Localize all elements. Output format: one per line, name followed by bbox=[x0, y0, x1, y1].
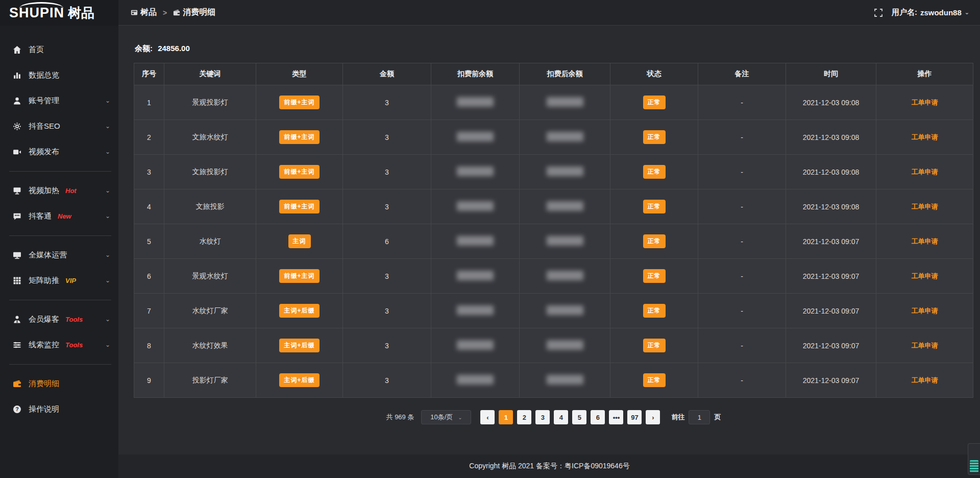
goto-page-input[interactable] bbox=[689, 410, 710, 424]
type-badge: 前缀+主词 bbox=[279, 165, 319, 179]
sidebar-item[interactable]: 视频加热 Hot ⌄ bbox=[0, 178, 118, 203]
cell-keyword: 水纹灯效果 bbox=[164, 328, 256, 363]
floating-widget[interactable] bbox=[968, 443, 980, 475]
work-order-link[interactable]: 工单申请 bbox=[912, 342, 938, 349]
work-order-link[interactable]: 工单申请 bbox=[912, 307, 938, 315]
sidebar: SHUPIN 树品 首页 数据总览 bbox=[0, 0, 118, 478]
cell-keyword: 景观水纹灯 bbox=[164, 259, 256, 294]
cell-time: 2021-12-03 09:07 bbox=[786, 294, 876, 328]
censored-balance-after bbox=[547, 305, 583, 315]
page-size-select[interactable]: 10条/页 ⌄ bbox=[421, 410, 471, 424]
fullscreen-icon[interactable] bbox=[874, 9, 883, 17]
app-root: SHUPIN 树品 首页 数据总览 bbox=[0, 0, 980, 478]
cell-keyword: 文旅投影灯 bbox=[164, 155, 256, 189]
page-number-button[interactable]: 6 bbox=[591, 410, 605, 424]
cell-amount: 6 bbox=[343, 224, 431, 259]
monitor-icon bbox=[12, 250, 21, 259]
sidebar-item-label: 线索监控 bbox=[29, 340, 59, 350]
sidebar-item[interactable]: 视频发布 ⌄ bbox=[0, 139, 118, 164]
sidebar-item[interactable]: 抖客通 New ⌄ bbox=[0, 203, 118, 229]
breadcrumb-separator: > bbox=[163, 9, 167, 17]
cell-amount: 3 bbox=[343, 259, 431, 294]
sidebar-item[interactable]: 数据总览 bbox=[0, 62, 118, 88]
pagination-total: 共 969 条 bbox=[386, 413, 414, 422]
column-header: 扣费后余额 bbox=[520, 63, 610, 85]
chevron-down-icon: ⌄ bbox=[105, 251, 110, 258]
cell-remark: - bbox=[698, 224, 786, 259]
sidebar-item-badge: Hot bbox=[65, 187, 77, 195]
screen-icon bbox=[12, 186, 21, 195]
page-number-button[interactable]: 97 bbox=[627, 410, 642, 424]
consumption-table: 序号 关键词 类型 金额 扣费前余额 扣费后余额 状态 bbox=[134, 63, 973, 398]
cell-time: 2021-12-03 09:08 bbox=[786, 120, 876, 155]
work-order-link[interactable]: 工单申请 bbox=[912, 272, 938, 280]
bar-chart-icon bbox=[12, 70, 21, 80]
user-menu[interactable]: 用户名: zswodun88 ⌄ bbox=[892, 8, 969, 17]
type-badge: 前缀+主词 bbox=[279, 200, 319, 213]
breadcrumb-current[interactable]: 消费明细 bbox=[173, 7, 215, 18]
status-badge: 正常 bbox=[643, 234, 666, 248]
table-row: 1 景观投影灯 前缀+主词 3 正常 - 2021-12-03 09:08 工单… bbox=[134, 85, 973, 120]
page-number-button[interactable]: 2 bbox=[517, 410, 531, 424]
dashboard-icon bbox=[131, 9, 138, 16]
next-page-button[interactable]: › bbox=[646, 410, 660, 424]
type-badge: 主词+后缀 bbox=[279, 373, 319, 387]
chevron-down-icon: ⌄ bbox=[458, 415, 462, 420]
prev-page-button[interactable]: ‹ bbox=[480, 410, 495, 424]
sidebar-item[interactable]: 会员爆客 Tools ⌄ bbox=[0, 306, 118, 332]
member-icon bbox=[12, 315, 21, 324]
topbar-right: 用户名: zswodun88 ⌄ bbox=[874, 8, 969, 17]
work-order-link[interactable]: 工单申请 bbox=[912, 168, 938, 176]
sidebar-item[interactable]: 全媒体运营 ⌄ bbox=[0, 242, 118, 268]
sidebar-item-label: 消费明细 bbox=[29, 379, 59, 389]
chevron-down-icon: ⌄ bbox=[965, 9, 969, 16]
work-order-link[interactable]: 工单申请 bbox=[912, 99, 938, 106]
sidebar-item[interactable]: 首页 bbox=[0, 37, 118, 62]
sidebar-item[interactable]: 消费明细 bbox=[0, 371, 118, 396]
cell-amount: 3 bbox=[343, 328, 431, 363]
chevron-down-icon: ⌄ bbox=[105, 316, 110, 323]
table-row: 6 景观水纹灯 前缀+主词 3 正常 - 2021-12-03 09:07 工单… bbox=[134, 259, 973, 294]
censored-balance-before bbox=[457, 132, 494, 141]
table-row: 4 文旅投影 前缀+主词 3 正常 - 2021-12-03 09:08 工单申… bbox=[134, 189, 973, 224]
page-number-button[interactable]: 5 bbox=[572, 410, 586, 424]
cell-remark: - bbox=[698, 155, 786, 189]
chevron-down-icon: ⌄ bbox=[105, 148, 110, 155]
sidebar-item-badge: Tools bbox=[65, 341, 83, 349]
sidebar-item-label: 抖客通 bbox=[29, 211, 52, 221]
balance-label: 余额: bbox=[135, 44, 153, 53]
chat-icon bbox=[12, 211, 21, 221]
work-order-link[interactable]: 工单申请 bbox=[912, 237, 938, 245]
grid-icon bbox=[12, 276, 21, 285]
sidebar-item-label: 全媒体运营 bbox=[29, 250, 67, 260]
sidebar-item[interactable]: 账号管理 ⌄ bbox=[0, 88, 118, 113]
page-number-button[interactable]: 4 bbox=[554, 410, 568, 424]
sidebar-item[interactable]: ? 操作说明 bbox=[0, 396, 118, 422]
page-number-button[interactable]: 1 bbox=[499, 410, 513, 424]
page-number-button[interactable]: ••• bbox=[609, 410, 623, 424]
sidebar-item-label: 矩阵助推 bbox=[29, 276, 59, 285]
status-badge: 正常 bbox=[643, 339, 666, 352]
cell-index: 8 bbox=[134, 328, 164, 363]
cell-time: 2021-12-03 09:07 bbox=[786, 259, 876, 294]
work-order-link[interactable]: 工单申请 bbox=[912, 376, 938, 384]
censored-balance-after bbox=[547, 166, 583, 176]
work-order-link[interactable]: 工单申请 bbox=[912, 133, 938, 141]
balance-value: 24856.00 bbox=[158, 44, 190, 53]
column-header: 状态 bbox=[610, 63, 698, 85]
gear-icon bbox=[12, 122, 21, 131]
chevron-down-icon: ⌄ bbox=[105, 187, 110, 194]
breadcrumb-root[interactable]: 树品 bbox=[131, 7, 157, 18]
page-number-button[interactable]: 3 bbox=[535, 410, 550, 424]
sidebar-item[interactable]: 线索监控 Tools ⌄ bbox=[0, 332, 118, 357]
censored-balance-before bbox=[457, 305, 494, 315]
censored-balance-after bbox=[547, 271, 583, 280]
censored-balance-after bbox=[547, 340, 583, 350]
cell-keyword: 文旅水纹灯 bbox=[164, 120, 256, 155]
column-header: 关键词 bbox=[164, 63, 256, 85]
content-area: 余额: 24856.00 序号 关键词 类型 bbox=[118, 26, 980, 455]
sidebar-item[interactable]: 抖音SEO ⌄ bbox=[0, 113, 118, 139]
cell-index: 6 bbox=[134, 259, 164, 294]
sidebar-item[interactable]: 矩阵助推 VIP ⌄ bbox=[0, 268, 118, 293]
work-order-link[interactable]: 工单申请 bbox=[912, 203, 938, 210]
